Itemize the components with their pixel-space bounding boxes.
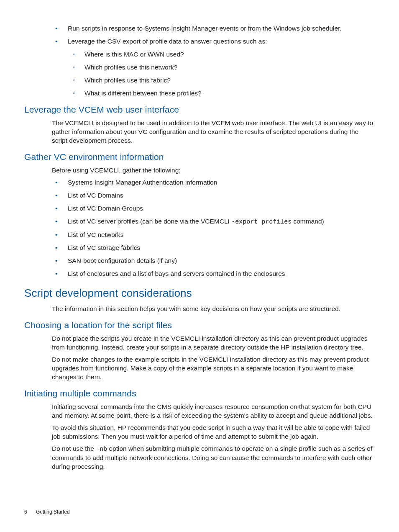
list-item: Where is this MAC or WWN used? (68, 50, 375, 59)
list-item: Run scripts in response to Systems Insig… (24, 24, 375, 33)
list-item-text: Leverage the CSV export of profile data … (68, 38, 267, 45)
paragraph: The information in this section helps yo… (52, 305, 375, 314)
list-item-text: Systems Insight Manager Authentication i… (68, 179, 217, 186)
list-item-text: List of VC networks (68, 231, 124, 238)
list-item-text: SAN-boot configuration details (if any) (68, 257, 177, 264)
section-body: Do not place the scripts you create in t… (52, 334, 375, 382)
list-item-text: List of VC server profiles (can be done … (68, 218, 324, 225)
list-item-text: Which profiles use this network? (84, 64, 177, 71)
list-item-text: Which profiles use this fabric? (84, 77, 171, 84)
text-suffix: command) (292, 218, 324, 225)
list-item: Which profiles use this network? (68, 63, 375, 72)
text-prefix: List of VC server profiles (can be done … (68, 218, 231, 225)
paragraph: Do not make changes to the example scrip… (52, 355, 375, 382)
heading-choosing: Choosing a location for the script files (24, 319, 375, 331)
list-item: Which profiles use this fabric? (68, 76, 375, 85)
section-body: The information in this section helps yo… (52, 305, 375, 314)
gather-bullet-list: Systems Insight Manager Authentication i… (24, 178, 375, 278)
heading-initiating: Initiating multiple commands (24, 388, 375, 399)
page-footer: 6 Getting Started (24, 509, 70, 515)
top-bullet-list: Run scripts in response to Systems Insig… (24, 24, 375, 98)
heading-gather: Gather VC environment information (24, 151, 375, 163)
paragraph: Initiating several commands into the CMS… (52, 403, 375, 420)
paragraph: To avoid this situation, HP recommends t… (52, 424, 375, 441)
paragraph: Do not place the scripts you create in t… (52, 334, 375, 352)
list-item-text: List of VC Domains (68, 192, 123, 199)
sub-bullet-list: Where is this MAC or WWN used? Which pro… (68, 50, 375, 98)
heading-script-dev: Script development considerations (24, 286, 375, 301)
list-item: Systems Insight Manager Authentication i… (24, 178, 375, 187)
list-item: List of VC storage fabrics (24, 244, 375, 252)
section-body: The VCEMCLI is designed to be used in ad… (52, 119, 375, 145)
code-inline: -nb (96, 446, 107, 453)
list-item: Leverage the CSV export of profile data … (24, 37, 375, 98)
document-page: Run scripts in response to Systems Insig… (0, 0, 399, 532)
list-item: SAN-boot configuration details (if any) (24, 257, 375, 265)
list-item: List of VC networks (24, 231, 375, 239)
list-item: List of VC Domain Groups (24, 204, 375, 213)
page-number: 6 (24, 509, 27, 515)
list-item-text: Where is this MAC or WWN used? (84, 51, 184, 58)
paragraph: The VCEMCLI is designed to be used in ad… (52, 119, 375, 145)
heading-leverage: Leverage the VCEM web user interface (24, 104, 375, 116)
list-item: List of VC Domains (24, 191, 375, 200)
paragraph: Do not use the -nb option when submittin… (52, 445, 375, 471)
list-item-text: Run scripts in response to Systems Insig… (68, 25, 342, 32)
list-item-text: List of VC Domain Groups (68, 205, 143, 212)
list-item-text: What is different between these profiles… (84, 90, 202, 97)
section-body: Before using VCEMCLI, gather the followi… (52, 166, 375, 175)
code-inline: -export profiles (231, 218, 292, 226)
list-item: List of enclosures and a list of bays an… (24, 270, 375, 278)
footer-section: Getting Started (36, 509, 70, 515)
section-body: Initiating several commands into the CMS… (52, 403, 375, 471)
paragraph: Before using VCEMCLI, gather the followi… (52, 166, 375, 175)
list-item: List of VC server profiles (can be done … (24, 217, 375, 226)
list-item: What is different between these profiles… (68, 89, 375, 98)
list-item-text: List of VC storage fabrics (68, 244, 140, 251)
text-prefix: Do not use the (52, 445, 96, 452)
list-item-text: List of enclosures and a list of bays an… (68, 270, 285, 277)
